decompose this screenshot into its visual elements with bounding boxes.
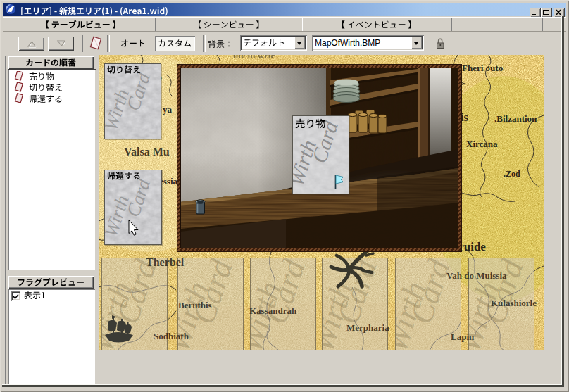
svg-text:Vah do Muissia: Vah do Muissia (446, 270, 507, 281)
svg-text:Kassandrah: Kassandrah (249, 305, 297, 316)
svg-text:Therbel: Therbel (146, 256, 185, 268)
svg-text:Merpharia: Merpharia (346, 322, 389, 333)
svg-text:Kulashiorle: Kulashiorle (491, 298, 537, 308)
svg-text:Lapin: Lapin (451, 331, 475, 342)
svg-text:Sodbiath: Sodbiath (154, 331, 189, 341)
svg-text:Beruthis: Beruthis (178, 300, 212, 310)
